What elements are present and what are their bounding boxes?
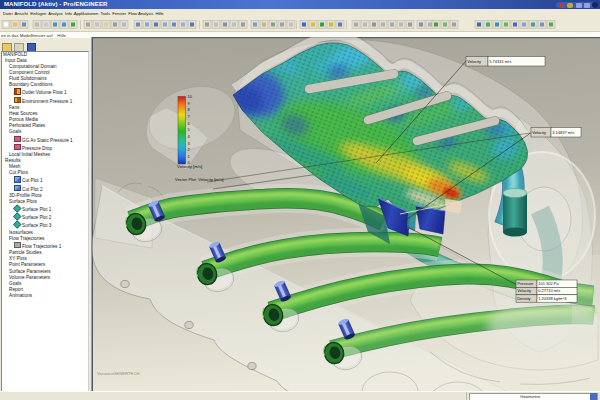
svg-text:Pressure: Pressure <box>517 281 534 286</box>
svg-text:Velocity [m/s]: Velocity [m/s] <box>177 164 202 169</box>
svg-text:10: 10 <box>188 94 193 99</box>
svg-text:0.27710 m/s: 0.27710 m/s <box>538 288 560 293</box>
svg-text:Velocity: Velocity <box>467 59 481 64</box>
svg-text:1.20338 kg/m^3: 1.20338 kg/m^3 <box>538 296 567 301</box>
svg-text:3.14837 m/s: 3.14837 m/s <box>552 130 574 135</box>
svg-text:Velocity: Velocity <box>532 130 546 135</box>
svg-text:5.74331 m/s: 5.74331 m/s <box>489 59 511 64</box>
svg-text:Density: Density <box>517 296 530 301</box>
svg-text:VarianceGENERTECH: VarianceGENERTECH <box>97 371 139 376</box>
svg-text:Vector Plot: Velocity [m/s]: Vector Plot: Velocity [m/s] <box>175 177 223 182</box>
svg-text:101 302 Pa: 101 302 Pa <box>538 281 559 286</box>
svg-text:Velocity: Velocity <box>517 288 531 293</box>
